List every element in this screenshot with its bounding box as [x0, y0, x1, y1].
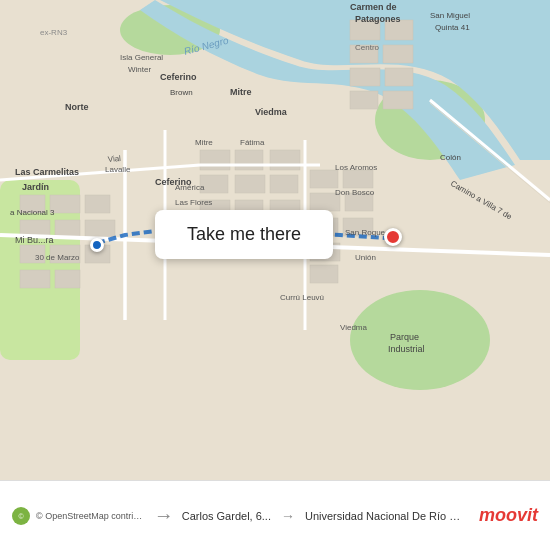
svg-rect-27 [310, 170, 338, 188]
svg-rect-15 [55, 270, 80, 288]
svg-text:©: © [18, 513, 24, 520]
osm-logo: © [12, 507, 30, 525]
svg-text:Mi Bu...ra: Mi Bu...ra [15, 235, 54, 245]
svg-rect-20 [235, 175, 265, 193]
svg-rect-28 [343, 170, 373, 188]
svg-rect-6 [50, 195, 80, 213]
svg-rect-41 [350, 91, 378, 109]
svg-text:Parque: Parque [390, 332, 419, 342]
svg-text:Lavalle: Lavalle [105, 165, 131, 174]
take-me-there-button[interactable]: Take me there [155, 210, 333, 259]
svg-text:San Miguel: San Miguel [430, 11, 470, 20]
svg-text:Unión: Unión [355, 253, 376, 262]
svg-rect-21 [270, 175, 298, 193]
svg-text:Quinta 41: Quinta 41 [435, 23, 470, 32]
svg-rect-18 [270, 150, 300, 170]
svg-point-1 [350, 290, 490, 390]
svg-rect-17 [235, 150, 263, 170]
moovit-logo: moovit [471, 505, 538, 526]
origin-marker [90, 238, 104, 252]
svg-text:Winter: Winter [128, 65, 151, 74]
svg-rect-34 [310, 265, 338, 283]
map-container: Vial Lavalle 30 de Marzo Mitre Fátima Am… [0, 0, 550, 480]
svg-rect-14 [20, 270, 50, 288]
svg-text:Ceferino: Ceferino [155, 177, 192, 187]
svg-text:San Roque: San Roque [345, 228, 386, 237]
svg-text:Don Bosco: Don Bosco [335, 188, 375, 197]
svg-rect-38 [383, 45, 413, 63]
svg-text:Norte: Norte [65, 102, 89, 112]
svg-text:a Nacional 3: a Nacional 3 [10, 208, 55, 217]
origin-text: Carlos Gardel, 6... [182, 510, 271, 522]
arrow-right-icon: → [146, 504, 182, 527]
svg-text:Jardín: Jardín [22, 182, 49, 192]
svg-rect-39 [350, 68, 380, 86]
svg-rect-40 [385, 68, 413, 86]
svg-text:Mitre: Mitre [195, 138, 213, 147]
svg-text:Colón: Colón [440, 153, 461, 162]
svg-rect-7 [85, 195, 110, 213]
attribution-text: © OpenStreetMap contributors · © OpenMap… [36, 511, 146, 521]
destination-marker [384, 228, 402, 246]
route-arrow-icon: → [277, 508, 299, 524]
svg-text:Carmen de: Carmen de [350, 2, 397, 12]
bottom-bar: © © OpenStreetMap contributors · © OpenM… [0, 480, 550, 550]
svg-text:ex-RN3: ex-RN3 [40, 28, 68, 37]
svg-text:Patagones: Patagones [355, 14, 401, 24]
svg-text:Las Flores: Las Flores [175, 198, 212, 207]
svg-text:Currú Leuvú: Currú Leuvú [280, 293, 324, 302]
svg-text:Fátima: Fátima [240, 138, 265, 147]
svg-rect-16 [200, 150, 230, 170]
svg-text:Viedma: Viedma [255, 107, 288, 117]
attribution-section: © © OpenStreetMap contributors · © OpenM… [12, 507, 146, 525]
svg-rect-42 [383, 91, 413, 109]
svg-text:Vial: Vial [107, 154, 121, 164]
svg-text:Mitre: Mitre [230, 87, 252, 97]
svg-rect-10 [85, 220, 115, 238]
svg-text:Isla General: Isla General [120, 53, 163, 62]
svg-text:Industrial: Industrial [388, 344, 425, 354]
svg-text:Ceferino: Ceferino [160, 72, 197, 82]
svg-text:Los Aromos: Los Aromos [335, 163, 377, 172]
svg-text:Las Carmelitas: Las Carmelitas [15, 167, 79, 177]
svg-text:Brown: Brown [170, 88, 193, 97]
destination-section: Carlos Gardel, 6... → Universidad Nacion… [182, 505, 538, 526]
svg-text:Centro: Centro [355, 43, 380, 52]
svg-text:30 de Marzo: 30 de Marzo [35, 253, 80, 262]
svg-text:Viedma: Viedma [340, 323, 368, 332]
destination-text: Universidad Nacional De Río Ne... [305, 510, 465, 522]
